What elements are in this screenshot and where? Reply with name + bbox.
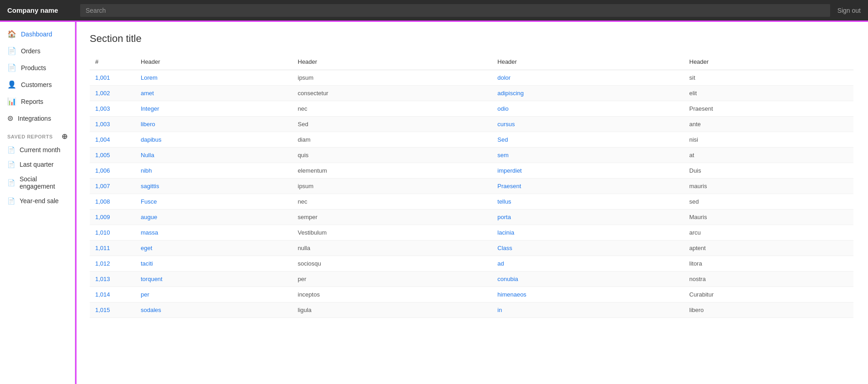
table-cell: 1,012 bbox=[90, 256, 135, 271]
saved-reports-section: SAVED REPORTS ⊕ bbox=[0, 127, 75, 143]
table-cell: aptent bbox=[684, 241, 854, 256]
sidebar-item-label: Orders bbox=[21, 47, 41, 55]
table-row: 1,014perinceptoshimenaeosCurabitur bbox=[90, 287, 853, 302]
saved-report-label: Year-end sale bbox=[20, 197, 59, 205]
table-cell: 1,003 bbox=[90, 101, 135, 117]
sidebar-item-orders[interactable]: 📄 Orders bbox=[0, 42, 75, 59]
table-cell: sem bbox=[492, 148, 684, 163]
table-row: 1,008Fuscenectellussed bbox=[90, 194, 853, 210]
table-cell: in bbox=[492, 302, 684, 318]
sidebar-item-label: Products bbox=[21, 64, 46, 72]
table-cell: Sed bbox=[492, 132, 684, 148]
add-report-icon[interactable]: ⊕ bbox=[61, 132, 68, 141]
table-cell: inceptos bbox=[292, 287, 492, 302]
integrations-icon: ⊜ bbox=[7, 114, 13, 123]
sidebar-item-customers[interactable]: 👤 Customers bbox=[0, 76, 75, 93]
table-cell: Nulla bbox=[135, 148, 292, 163]
table-cell: imperdiet bbox=[492, 163, 684, 179]
sidebar-item-products[interactable]: 📄 Products bbox=[0, 59, 75, 76]
table-cell: Fusce bbox=[135, 194, 292, 210]
saved-report-label: Current month bbox=[20, 146, 60, 154]
table-cell: cursus bbox=[492, 117, 684, 132]
sidebar-item-integrations[interactable]: ⊜ Integrations bbox=[0, 110, 75, 127]
table-cell: torquent bbox=[135, 271, 292, 287]
saved-report-social-engagement[interactable]: 📄 Social engagement bbox=[0, 172, 75, 194]
sign-out-link[interactable]: Sign out bbox=[837, 7, 861, 14]
table-cell: Vestibulum bbox=[292, 225, 492, 241]
main-layout: 🏠 Dashboard 📄 Orders 📄 Products 👤 Custom… bbox=[0, 22, 868, 384]
table-row: 1,010massaVestibulumlaciniaarcu bbox=[90, 225, 853, 241]
table-cell: dolor bbox=[492, 70, 684, 86]
table-cell: sagittis bbox=[135, 179, 292, 194]
table-cell: conubia bbox=[492, 271, 684, 287]
table-cell: litora bbox=[684, 256, 854, 271]
table-cell: consectetur bbox=[292, 86, 492, 101]
table-cell: Praesent bbox=[684, 101, 854, 117]
col-header-3: Header bbox=[492, 54, 684, 70]
search-input[interactable] bbox=[80, 4, 830, 17]
saved-report-label: Last quarter bbox=[20, 161, 54, 168]
table-cell: 1,011 bbox=[90, 241, 135, 256]
section-title: Section title bbox=[90, 33, 853, 45]
report-icon: 📄 bbox=[7, 179, 15, 186]
sidebar-item-label: Customers bbox=[21, 81, 52, 88]
table-cell: sed bbox=[684, 194, 854, 210]
table-cell: augue bbox=[135, 210, 292, 225]
table-cell: libero bbox=[684, 302, 854, 318]
saved-report-current-month[interactable]: 📄 Current month bbox=[0, 143, 75, 157]
saved-report-year-end-sale[interactable]: 📄 Year-end sale bbox=[0, 194, 75, 208]
table-row: 1,012tacitisociosquadlitora bbox=[90, 256, 853, 271]
table-cell: 1,004 bbox=[90, 132, 135, 148]
col-header-id: # bbox=[90, 54, 135, 70]
table-row: 1,015sodalesligulainlibero bbox=[90, 302, 853, 318]
saved-report-last-quarter[interactable]: 📄 Last quarter bbox=[0, 157, 75, 172]
table-cell: 1,002 bbox=[90, 86, 135, 101]
report-icon: 📄 bbox=[7, 146, 15, 154]
table-cell: arcu bbox=[684, 225, 854, 241]
table-cell: tellus bbox=[492, 194, 684, 210]
table-cell: porta bbox=[492, 210, 684, 225]
col-header-1: Header bbox=[135, 54, 292, 70]
sidebar-item-dashboard[interactable]: 🏠 Dashboard bbox=[0, 26, 75, 42]
table-cell: 1,013 bbox=[90, 271, 135, 287]
table-cell: 1,008 bbox=[90, 194, 135, 210]
table-cell: eget bbox=[135, 241, 292, 256]
report-icon: 📄 bbox=[7, 197, 15, 205]
main-content: Section title # Header Header Header Hea… bbox=[75, 22, 868, 384]
table-cell: quis bbox=[292, 148, 492, 163]
sidebar-item-label: Dashboard bbox=[21, 31, 52, 38]
table-cell: adipiscing bbox=[492, 86, 684, 101]
brand-name: Company name bbox=[7, 6, 80, 14]
sidebar-item-reports[interactable]: 📊 Reports bbox=[0, 93, 75, 110]
dashboard-icon: 🏠 bbox=[7, 30, 16, 38]
table-cell: ipsum bbox=[292, 70, 492, 86]
table-cell: ante bbox=[684, 117, 854, 132]
table-row: 1,003IntegernecodioPraesent bbox=[90, 101, 853, 117]
table-row: 1,002ametconsecteturadipiscingelit bbox=[90, 86, 853, 101]
table-cell: diam bbox=[292, 132, 492, 148]
col-header-4: Header bbox=[684, 54, 854, 70]
sidebar-item-label: Integrations bbox=[18, 115, 51, 122]
table-cell: odio bbox=[492, 101, 684, 117]
table-cell: amet bbox=[135, 86, 292, 101]
table-cell: nec bbox=[292, 194, 492, 210]
table-cell: ligula bbox=[292, 302, 492, 318]
table-cell: dapibus bbox=[135, 132, 292, 148]
table-header-row: # Header Header Header Header bbox=[90, 54, 853, 70]
table-cell: Duis bbox=[684, 163, 854, 179]
table-cell: Mauris bbox=[684, 210, 854, 225]
table-cell: 1,005 bbox=[90, 148, 135, 163]
sidebar-item-label: Reports bbox=[21, 98, 43, 105]
table-cell: 1,010 bbox=[90, 225, 135, 241]
table-row: 1,013torquentperconubianostra bbox=[90, 271, 853, 287]
table-cell: ipsum bbox=[292, 179, 492, 194]
table-cell: nostra bbox=[684, 271, 854, 287]
table-row: 1,001Loremipsumdolorsit bbox=[90, 70, 853, 86]
table-cell: nibh bbox=[135, 163, 292, 179]
table-cell: 1,007 bbox=[90, 179, 135, 194]
table-cell: lacinia bbox=[492, 225, 684, 241]
table-row: 1,005Nullaquissemat bbox=[90, 148, 853, 163]
sidebar: 🏠 Dashboard 📄 Orders 📄 Products 👤 Custom… bbox=[0, 22, 75, 384]
table-row: 1,004dapibusdiamSednisi bbox=[90, 132, 853, 148]
table-cell: massa bbox=[135, 225, 292, 241]
